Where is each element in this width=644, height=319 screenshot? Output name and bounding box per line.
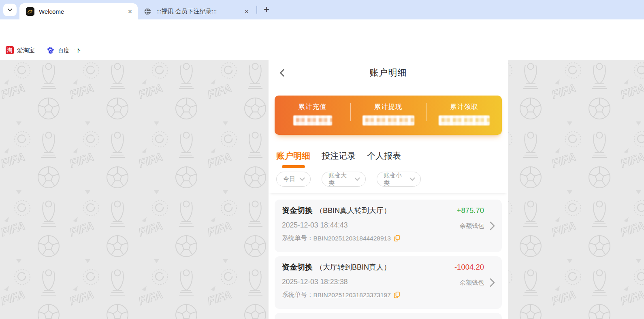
- record-amount-block: +875.70 余额钱包: [457, 206, 484, 230]
- record-wallet: 余额钱包: [460, 222, 484, 230]
- active-tab-underline: [282, 165, 305, 168]
- record-item[interactable]: 资金切换 （大厅转到BBIN真人） 2025-12-03 18:23:38 系统…: [275, 256, 502, 309]
- chevron-down-icon: [7, 7, 13, 13]
- tab-label: 投注记录: [322, 150, 356, 162]
- order-number: BBIN202512031844428913: [313, 235, 391, 242]
- bookmarks-bar: 淘 爱淘宝 百度一下: [0, 40, 644, 60]
- record-list: 资金切换 （BBIN真人转到大厅） 2025-12-03 18:44:43 系统…: [269, 193, 508, 319]
- record-item[interactable]: 资金切换 （BBIN真人转到大厅） 2025-12-03 18:44:43 系统…: [275, 200, 502, 252]
- stat-label: 累计提现: [374, 102, 403, 111]
- stat-total-claim: 累计领取: [426, 96, 502, 135]
- tab-underline-placeholder: [373, 165, 396, 168]
- masked-value: [439, 115, 490, 125]
- record-type: 资金切换: [282, 205, 313, 216]
- record-title: 资金切换 （BBIN真人转到大厅）: [282, 205, 484, 216]
- page-background: FIFA: [0, 60, 644, 319]
- stats-section: 累计充值 累计提现 累计领取: [269, 86, 508, 135]
- browser-tab-records[interactable]: :::视讯 会员下注纪录::: ×: [138, 3, 254, 19]
- site-favicon-icon: [26, 7, 34, 16]
- back-chevron-button[interactable]: [278, 68, 286, 77]
- order-number: BBIN202512031823373197: [313, 291, 391, 299]
- browser-tab-welcome[interactable]: Welcome ×: [19, 3, 138, 19]
- filter-label: 今日: [283, 175, 295, 183]
- globe-icon: [143, 7, 152, 16]
- chevron-down-icon: [409, 177, 415, 181]
- filter-minor-category-select[interactable]: 账变小类: [377, 172, 421, 187]
- account-detail-panel: 账户明细 累计充值 累计提现 累计领取 账户明细: [269, 60, 508, 319]
- record-subtitle: （BBIN真人转到大厅）: [316, 206, 391, 215]
- browser-tab-strip: Welcome × :::视讯 会员下注纪录::: × +: [0, 0, 644, 19]
- bookmark-label: 百度一下: [58, 47, 81, 54]
- tab-search-button[interactable]: [3, 4, 17, 16]
- record-amount-block: -1004.20 余额钱包: [454, 263, 484, 287]
- chevron-down-icon: [354, 177, 360, 181]
- tab-close-icon[interactable]: ×: [241, 8, 254, 15]
- masked-value: [293, 115, 332, 125]
- filter-label: 账变大类: [328, 172, 350, 187]
- record-title: 资金切换 （大厅转到BBIN真人）: [282, 262, 484, 272]
- record-order-row: 系统单号： BBIN202512031844428913: [282, 234, 484, 242]
- record-amount: +875.70: [457, 206, 484, 215]
- page-title: 账户明细: [370, 67, 407, 79]
- tab-label: 账户明细: [276, 150, 310, 162]
- tab-bet-records[interactable]: 投注记录: [322, 150, 356, 168]
- record-datetime: 2025-12-03 18:44:43: [282, 221, 484, 230]
- section-tabs: 账户明细 投注记录 个人报表: [269, 143, 508, 168]
- filter-label: 账变小类: [384, 172, 405, 187]
- chevron-right-icon[interactable]: [489, 221, 495, 231]
- record-subtitle: （大厅转到BBIN真人）: [316, 262, 391, 272]
- order-label: 系统单号：: [282, 291, 313, 299]
- masked-value: [363, 115, 414, 125]
- record-amount: -1004.20: [454, 263, 484, 272]
- stat-label: 累计充值: [299, 102, 327, 111]
- browser-toolbar: 175616.cc/reports/index: [0, 19, 644, 40]
- stat-total-withdraw: 累计提现: [350, 96, 426, 135]
- totals-card: 累计充值 累计提现 累计领取: [275, 96, 502, 135]
- tab-title: :::视讯 会员下注纪录:::: [156, 8, 241, 15]
- tab-personal-report[interactable]: 个人报表: [367, 150, 401, 168]
- new-tab-button[interactable]: +: [260, 2, 273, 16]
- filter-major-category-select[interactable]: 账变大类: [322, 172, 366, 187]
- tab-title: Welcome: [39, 8, 125, 15]
- record-type: 资金切换: [282, 262, 313, 272]
- stat-label: 累计领取: [450, 102, 478, 111]
- tab-underline-placeholder: [327, 165, 350, 168]
- filter-bar: 今日 账变大类 账变小类: [269, 168, 508, 193]
- record-datetime: 2025-12-03 18:23:38: [282, 278, 484, 286]
- panel-header: 账户明细: [269, 60, 508, 86]
- chevron-down-icon: [299, 177, 305, 181]
- bookmark-label: 爱淘宝: [17, 47, 35, 54]
- tab-close-icon[interactable]: ×: [125, 8, 138, 15]
- record-item-partial[interactable]: [275, 313, 502, 319]
- record-wallet: 余额钱包: [460, 279, 484, 287]
- chevron-right-icon[interactable]: [489, 278, 495, 287]
- record-order-row: 系统单号： BBIN202512031823373197: [282, 291, 484, 299]
- order-label: 系统单号：: [282, 234, 313, 242]
- baidu-paw-icon: [46, 46, 55, 55]
- bookmark-taobao[interactable]: 淘 爱淘宝: [6, 46, 35, 54]
- filter-date-select[interactable]: 今日: [276, 172, 311, 187]
- taobao-icon: 淘: [6, 46, 14, 54]
- copy-icon[interactable]: [394, 235, 400, 242]
- bookmark-baidu[interactable]: 百度一下: [46, 46, 81, 55]
- tab-label: 个人报表: [367, 150, 401, 162]
- tab-separator: [256, 6, 257, 14]
- stat-total-deposit: 累计充值: [275, 96, 350, 135]
- chevron-left-icon: [278, 68, 286, 77]
- copy-icon[interactable]: [394, 291, 400, 298]
- tab-account-detail[interactable]: 账户明细: [276, 150, 310, 168]
